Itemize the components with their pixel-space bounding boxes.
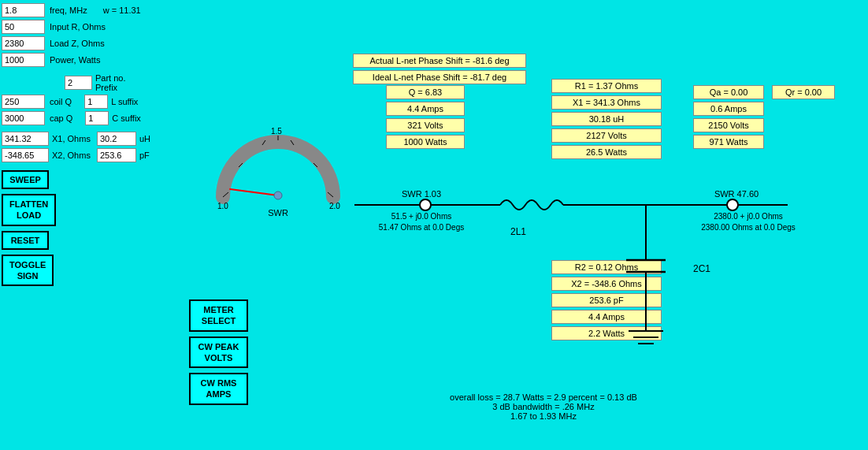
power-input[interactable]: 1000 [2, 53, 45, 67]
bottom-overall: overall loss = 28.7 Watts = 2.9 percent … [347, 392, 740, 421]
lnet-volts-box: 321 Volts [386, 118, 465, 132]
range-text: 1.67 to 1.93 MHz [347, 411, 740, 421]
bandwidth-text: 3 dB bandwidth = .26 MHz [347, 402, 740, 411]
swr-label: SWR [268, 208, 288, 218]
svg-text:2L1: 2L1 [510, 226, 526, 237]
pf-label: pF [139, 151, 150, 160]
qa-watts-box: 971 Watts [693, 135, 764, 149]
power-label: Power, Watts [50, 55, 100, 65]
w-label: w = 11.31 [103, 6, 141, 15]
pf-input[interactable] [97, 148, 136, 162]
x2-input[interactable] [2, 148, 49, 162]
qa-volts-box: 2150 Volts [693, 118, 764, 132]
uh-input[interactable] [97, 132, 136, 146]
pf-box: 253.6 pF [551, 293, 662, 307]
x1-input[interactable] [2, 132, 49, 146]
cap-q-input[interactable] [2, 111, 45, 125]
r1-boxes: R1 = 1.37 Ohms X1 = 341.3 Ohms 30.18 uH … [551, 79, 662, 159]
r1-volts-box: 2127 Volts [551, 128, 662, 143]
x1-box: X1 = 341.3 Ohms [551, 95, 662, 110]
input-r-label: Input R, Ohms [50, 22, 106, 32]
r2-box: R2 = 0.12 Ohms [551, 260, 662, 274]
r2-watts-box: 2.2 Watts [551, 326, 662, 340]
actual-phase-box: Actual L-net Phase Shift = -81.6 deg [353, 54, 526, 68]
svg-text:51.47 Ohms at 0.0 Degs: 51.47 Ohms at 0.0 Degs [379, 223, 464, 232]
uh-box: 30.18 uH [551, 112, 662, 126]
left-panel: 1.8 freq, MHz w = 11.31 50 Input R, Ohms… [2, 3, 150, 291]
c-suffix-input[interactable] [85, 111, 109, 125]
l-suffix-input[interactable] [84, 95, 108, 109]
lnet-amps-box: 4.4 Amps [386, 102, 465, 116]
q-box: Q = 6.83 [386, 85, 465, 99]
coil-q-input[interactable] [2, 95, 45, 109]
phase-boxes: Actual L-net Phase Shift = -81.6 deg Ide… [353, 54, 526, 84]
qa-box: Qa = 0.00 [693, 85, 764, 99]
sweep-button[interactable]: SWEEP [2, 170, 49, 189]
svg-text:1.5: 1.5 [271, 127, 282, 136]
reset-button[interactable]: RESET [2, 231, 49, 250]
cw-rms-button[interactable]: CW RMS AMPS [189, 373, 248, 405]
flatten-button[interactable]: FLATTEN LOAD [2, 194, 56, 226]
svg-text:SWR 1.03: SWR 1.03 [402, 189, 441, 199]
ideal-phase-box: Ideal L-net Phase Shift = -81.7 deg [353, 70, 526, 84]
cap-q-label: cap Q [50, 113, 72, 123]
svg-text:51.5 + j0.0 Ohms: 51.5 + j0.0 Ohms [391, 212, 451, 221]
load-z-label: Load Z, Ohms [50, 39, 105, 48]
load-z-input[interactable]: 2380 [2, 36, 45, 50]
input-r-input[interactable]: 50 [2, 20, 45, 34]
qa-boxes: Qa = 0.00 Qr = 0.00 0.6 Amps 2150 Volts … [693, 85, 835, 149]
svg-point-17 [727, 199, 738, 210]
svg-point-13 [420, 199, 431, 210]
freq-label: freq, MHz [50, 6, 87, 15]
meter-buttons: METER SELECT CW PEAK VOLTS CW RMS AMPS [189, 299, 248, 405]
x1-label: X1, Ohms [52, 134, 91, 143]
swr-meter: 1.0 1.5 2.0 SWR [211, 118, 345, 221]
qr-box: Qr = 0.00 [772, 85, 835, 99]
part-prefix-input[interactable] [65, 76, 92, 90]
overall-loss-text: overall loss = 28.7 Watts = 2.9 percent … [347, 392, 740, 402]
r2-boxes: R2 = 0.12 Ohms X2 = -348.6 Ohms 253.6 pF… [551, 260, 662, 340]
svg-text:2.0: 2.0 [329, 202, 340, 210]
uh-label: uH [139, 134, 150, 143]
x2-box: X2 = -348.6 Ohms [551, 277, 662, 291]
qa-amps-box: 0.6 Amps [693, 102, 764, 116]
meter-select-button[interactable]: METER SELECT [189, 299, 248, 332]
svg-text:1.0: 1.0 [217, 202, 228, 210]
r1-watts-box: 26.5 Watts [551, 145, 662, 159]
svg-text:2380.00 Ohms at 0.0 Degs: 2380.00 Ohms at 0.0 Degs [701, 223, 796, 232]
l-suffix-label: L suffix [111, 97, 138, 106]
toggle-sign-button[interactable]: TOGGLE SIGN [2, 255, 54, 287]
c-suffix-label: C suffix [112, 113, 140, 123]
coil-q-label: coil Q [50, 97, 72, 106]
svg-point-11 [274, 192, 282, 199]
part-prefix-label: Part no.Prefix [95, 73, 126, 92]
x2-label: X2, Ohms [52, 151, 91, 160]
svg-text:2380.0 + j0.0 Ohms: 2380.0 + j0.0 Ohms [714, 212, 783, 221]
lnet-boxes: Q = 6.83 4.4 Amps 321 Volts 1000 Watts [386, 85, 465, 149]
freq-input[interactable]: 1.8 [2, 3, 45, 17]
r1-box: R1 = 1.37 Ohms [551, 79, 662, 93]
cw-peak-button[interactable]: CW PEAK VOLTS [189, 337, 248, 369]
svg-text:SWR 47.60: SWR 47.60 [714, 189, 759, 199]
svg-text:2C1: 2C1 [693, 263, 710, 274]
svg-line-10 [230, 189, 278, 195]
r2-amps-box: 4.4 Amps [551, 310, 662, 324]
lnet-watts-box: 1000 Watts [386, 135, 465, 149]
